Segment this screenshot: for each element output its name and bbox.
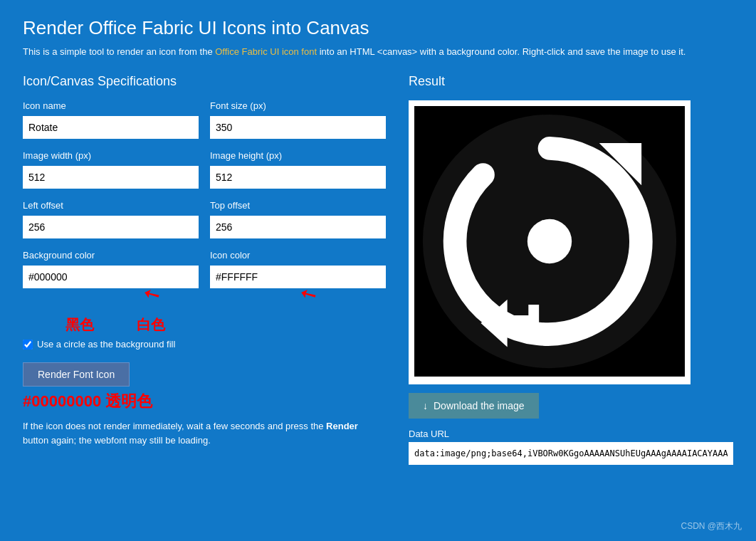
download-area: ↓ Download the image [409,393,733,419]
image-width-group: Image width (px) [23,150,199,189]
result-title: Result [409,74,733,89]
hint-bold: Render [326,421,358,431]
watermark: CSDN @西木九 [681,520,742,532]
icon-color-group: Icon color [210,250,386,288]
image-height-label: Image height (px) [210,150,386,161]
download-icon: ↓ [423,400,428,411]
data-url-input[interactable] [409,442,733,465]
hint-post: button again; the webfont may still be l… [23,435,211,446]
right-panel: Result [409,74,733,465]
bg-color-group: Background color [23,250,199,288]
field-row-3: Left offset Top offset [23,200,386,238]
checkbox-row: Use a circle as the background fill [23,339,386,350]
left-offset-group: Left offset [23,200,199,238]
hint-pre: If the icon does not render immediately,… [23,421,326,431]
hint-text: If the icon does not render immediately,… [23,419,364,447]
specs-title: Icon/Canvas Specifications [23,74,386,89]
image-height-input[interactable] [210,166,386,189]
bg-color-label: Background color [23,250,199,261]
image-width-input[interactable] [23,166,199,189]
data-url-section: Data URL [409,429,733,465]
icon-canvas [414,106,685,377]
annotation-transparent: #00000000 透明色 [23,391,386,412]
subtitle: This is a simple tool to render an icon … [23,46,733,57]
top-offset-label: Top offset [210,200,386,211]
left-panel: Icon/Canvas Specifications Icon name Fon… [23,74,386,447]
top-offset-input[interactable] [210,216,386,238]
left-offset-label: Left offset [23,200,199,211]
field-row-2: Image width (px) Image height (px) [23,150,386,189]
subtitle-post: into an HTML <canvas> with a background … [317,46,686,57]
icon-name-label: Icon name [23,100,199,111]
icon-name-input[interactable] [23,116,199,139]
top-offset-group: Top offset [210,200,386,238]
icon-color-label: Icon color [210,250,386,261]
render-button[interactable]: Render Font Icon [23,362,130,387]
field-row-4: Background color Icon color [23,250,386,288]
icon-name-group: Icon name [23,100,199,139]
image-height-group: Image height (px) [210,150,386,189]
arrows-container: ➘ ➘ [23,300,386,321]
subtitle-pre: This is a simple tool to render an icon … [23,46,215,57]
data-url-label: Data URL [409,429,733,439]
left-offset-input[interactable] [23,216,199,238]
canvas-container [409,100,691,384]
circle-bg-label[interactable]: Use a circle as the background fill [37,339,175,350]
download-button[interactable]: ↓ Download the image [409,393,539,419]
bg-color-input[interactable] [23,266,199,288]
font-size-input[interactable] [210,116,386,139]
image-width-label: Image width (px) [23,150,199,161]
fabric-link[interactable]: Office Fabric UI icon font [215,46,317,57]
circle-bg-checkbox[interactable] [23,340,33,350]
field-row-1: Icon name Font size (px) [23,100,386,139]
svg-point-3 [527,219,572,263]
download-label: Download the image [434,400,525,411]
main-layout: Icon/Canvas Specifications Icon name Fon… [23,74,733,465]
icon-color-input[interactable] [210,266,386,288]
font-size-group: Font size (px) [210,100,386,139]
font-size-label: Font size (px) [210,100,386,111]
page-title: Render Office Fabric UI Icons into Canva… [23,17,733,39]
